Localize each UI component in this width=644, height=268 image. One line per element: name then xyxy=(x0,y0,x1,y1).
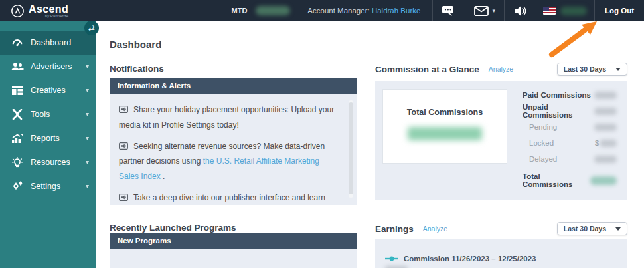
commission-row-paid: Paid Commissions xyxy=(523,87,617,103)
earnings-title: Earnings xyxy=(375,224,414,234)
chevron-down-icon: ▾ xyxy=(86,86,89,94)
topbar: Ascend by Partnerize MTD Account Manager… xyxy=(0,0,644,21)
lightbulb-icon xyxy=(10,157,25,168)
sidebar-item-resources[interactable]: Resources ▾ xyxy=(0,150,96,174)
row-label: Pending xyxy=(523,123,557,131)
announcement-icon xyxy=(119,142,128,150)
account-manager: Account Manager: Haidrah Burke xyxy=(307,7,420,15)
mail-icon xyxy=(474,6,489,16)
range-value: Last 30 Days xyxy=(564,225,606,233)
chat-button[interactable] xyxy=(433,0,465,21)
commission-breakdown: Paid Commissions Unpaid Commissions Pend… xyxy=(523,87,617,188)
collapse-arrows-icon: ⇄ xyxy=(88,23,95,33)
commission-row-pending: Pending xyxy=(523,119,617,135)
username-redacted xyxy=(560,7,587,15)
commission-row-unpaid: Unpaid Commissions xyxy=(523,103,617,119)
mtd-indicator: MTD xyxy=(232,6,291,15)
announcement-icon xyxy=(119,106,128,113)
chevron-down-icon xyxy=(615,227,621,231)
chevron-down-icon: ▾ xyxy=(492,7,495,14)
tools-icon xyxy=(10,109,25,120)
sidebar: Dashboard Advertisers ▾ Creatives ▾ Tool… xyxy=(0,21,96,268)
sidebar-item-label: Resources xyxy=(31,158,70,167)
chevron-down-icon: ▾ xyxy=(86,63,89,70)
sidebar-item-advertisers[interactable]: Advertisers ▾ xyxy=(0,55,96,78)
value-redacted xyxy=(594,156,617,163)
row-label: Total Commissions xyxy=(523,172,590,188)
commission-analyze-link[interactable]: Analyze xyxy=(489,65,513,73)
row-label: Paid Commissions xyxy=(523,91,591,99)
sidebar-item-reports[interactable]: Reports ▾ xyxy=(0,126,96,150)
notification-text: Share your holiday placement opportuniti… xyxy=(119,105,334,130)
notification-text: . xyxy=(161,172,165,181)
notifications-panel: Information & Alerts Share your holiday … xyxy=(110,78,357,205)
user-menu[interactable] xyxy=(543,7,587,15)
chevron-down-icon: ▾ xyxy=(86,158,89,166)
gauge-icon xyxy=(10,38,25,48)
announcement-icon xyxy=(119,194,128,201)
commission-row-total: Total Commissions xyxy=(523,172,617,188)
notification-item: Share your holiday placement opportuniti… xyxy=(119,102,337,133)
value-redacted xyxy=(594,108,617,115)
chevron-down-icon xyxy=(615,68,621,71)
account-manager-name-link[interactable]: Haidrah Burke xyxy=(372,7,421,15)
earnings-panel: Commission 11/26/2023 – 12/25/2023 xyxy=(375,239,627,268)
total-commissions-card: Total Commissions xyxy=(382,89,507,164)
row-label: Unpaid Commissions xyxy=(523,103,594,119)
card-title: Total Commissions xyxy=(383,108,507,117)
chart-icon xyxy=(10,134,25,143)
programs-panel-header: New Programs xyxy=(110,233,357,249)
commission-header-row: Commission at a Glance Analyze Last 30 D… xyxy=(375,63,627,76)
account-manager-label: Account Manager: xyxy=(307,7,369,15)
mtd-redacted-value xyxy=(256,6,290,15)
earnings-legend: Commission 11/26/2023 – 12/25/2023 xyxy=(385,255,536,263)
sidebar-item-label: Reports xyxy=(31,134,60,143)
sidebar-item-label: Tools xyxy=(31,110,50,119)
range-value: Last 30 Days xyxy=(564,65,606,73)
value-redacted xyxy=(590,176,617,185)
mail-button[interactable]: ▾ xyxy=(465,0,504,21)
notification-item: Take a deep dive into our publisher inte… xyxy=(119,190,337,205)
logout-button[interactable]: Log Out xyxy=(595,7,644,15)
sidebar-item-label: Settings xyxy=(31,182,60,191)
brand-name: Ascend xyxy=(29,4,68,14)
mtd-label: MTD xyxy=(232,7,248,15)
notifications-panel-header: Information & Alerts xyxy=(110,78,357,94)
notification-item: Seeking alternate revenue sources? Make … xyxy=(119,139,337,184)
legend-label: Commission 11/26/2023 – 12/25/2023 xyxy=(404,255,536,263)
value-redacted xyxy=(600,140,617,147)
speaker-icon xyxy=(513,5,527,17)
commission-row-locked: Locked $ xyxy=(523,135,617,151)
series-marker-icon xyxy=(385,256,398,261)
sidebar-item-label: Advertisers xyxy=(31,62,72,71)
sidebar-collapse-toggle[interactable]: ⇄ xyxy=(84,21,99,35)
total-amount-redacted xyxy=(408,127,482,140)
gears-icon xyxy=(10,181,25,192)
us-flag-icon xyxy=(543,7,556,15)
commission-panel: Total Commissions Paid Commissions Unpai… xyxy=(375,81,627,200)
sidebar-item-creatives[interactable]: Creatives ▾ xyxy=(0,78,96,102)
value-redacted xyxy=(594,124,617,131)
currency-prefix: $ xyxy=(595,139,599,147)
sidebar-item-dashboard[interactable]: Dashboard xyxy=(0,31,96,55)
app-logo[interactable]: Ascend by Partnerize xyxy=(11,4,68,18)
row-label: Locked xyxy=(523,139,554,147)
sidebar-item-label: Dashboard xyxy=(31,38,71,47)
notification-text: Take a deep dive into our publisher inte… xyxy=(119,193,325,205)
announcements-button[interactable] xyxy=(505,0,536,21)
sidebar-item-label: Creatives xyxy=(31,86,66,95)
programs-list xyxy=(110,249,357,268)
ascend-logo-icon xyxy=(11,4,25,18)
brand-subtitle: by Partnerize xyxy=(29,14,68,18)
programs-title: Recently Launched Programs xyxy=(110,223,236,233)
people-icon xyxy=(10,62,25,71)
scrollbar-thumb[interactable] xyxy=(349,102,353,194)
main-content: Dashboard Notifications Information & Al… xyxy=(96,21,644,268)
earnings-range-dropdown[interactable]: Last 30 Days xyxy=(557,222,627,235)
commission-range-dropdown[interactable]: Last 30 Days xyxy=(557,63,627,76)
earnings-analyze-link[interactable]: Analyze xyxy=(423,225,447,233)
commission-title: Commission at a Glance xyxy=(375,65,479,74)
sidebar-item-settings[interactable]: Settings ▾ xyxy=(0,174,96,198)
chevron-down-icon: ▾ xyxy=(86,134,89,142)
sidebar-item-tools[interactable]: Tools ▾ xyxy=(0,102,96,126)
